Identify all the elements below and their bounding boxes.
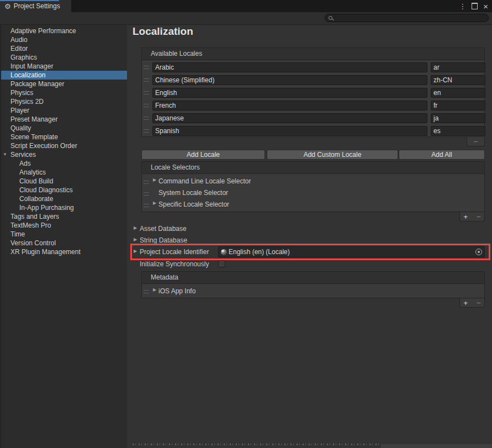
menu-icon[interactable]: ⋮	[459, 3, 466, 10]
foldout-collapsed-icon[interactable]: ▶	[134, 249, 137, 254]
settings-sidebar: Adaptive PerformanceAudioEditorGraphicsI…	[0, 25, 127, 448]
drag-handle-icon[interactable]	[144, 290, 149, 293]
locale-selector-row-specific-locale-selector[interactable]: ▶Specific Locale Selector	[142, 199, 484, 210]
sidebar-item-tags-and-layers[interactable]: Tags and Layers	[1, 212, 127, 221]
locale-row	[142, 62, 484, 72]
sidebar-item-label: Services	[10, 151, 36, 159]
sidebar-item-analytics[interactable]: Analytics	[1, 168, 127, 177]
remove-locale-button[interactable]: −	[474, 138, 478, 145]
locale-name-field[interactable]	[152, 113, 427, 123]
sidebar-item-label: XR Plugin Management	[10, 248, 81, 256]
settings-category-list: Adaptive PerformanceAudioEditorGraphicsI…	[1, 25, 127, 256]
drag-handle-icon[interactable]	[144, 204, 149, 207]
sidebar-item-label: TextMesh Pro	[10, 222, 51, 229]
foldout-collapsed-icon[interactable]: ▶	[153, 177, 156, 182]
tab-project-settings[interactable]: ⚙ Project Settings	[0, 0, 71, 12]
sidebar-item-textmesh-pro[interactable]: TextMesh Pro	[1, 221, 127, 230]
drag-handle-icon[interactable]	[144, 66, 149, 69]
drag-handle-icon[interactable]	[144, 104, 149, 107]
add-locale-button[interactable]: Add Locale	[141, 150, 265, 160]
sidebar-item-player[interactable]: Player	[1, 106, 127, 115]
add-metadata-button[interactable]: +	[463, 299, 468, 307]
locale-name-field[interactable]	[152, 62, 427, 72]
metadata-label: iOS App Info	[158, 285, 195, 297]
locale-selector-row-system-locale-selector[interactable]: System Locale Selector	[142, 187, 484, 199]
locale-name-field[interactable]	[152, 126, 427, 136]
sidebar-item-label: Scene Template	[10, 133, 58, 141]
search-input[interactable]	[334, 14, 486, 23]
remove-selector-button[interactable]: −	[477, 213, 481, 220]
sidebar-item-cloud-build[interactable]: Cloud Build	[1, 177, 127, 186]
search-box[interactable]	[325, 14, 489, 22]
project-locale-object-field[interactable]: English (en) (Locale)	[218, 246, 485, 257]
drag-handle-icon[interactable]	[144, 117, 149, 120]
sidebar-item-input-manager[interactable]: Input Manager	[1, 62, 127, 71]
sidebar-item-script-execution-order[interactable]: Script Execution Order	[1, 141, 127, 150]
sidebar-item-cloud-diagnostics[interactable]: Cloud Diagnostics	[1, 186, 127, 194]
sidebar-item-label: Script Execution Order	[10, 142, 77, 150]
sidebar-item-physics-2d[interactable]: Physics 2D	[1, 97, 127, 106]
locale-selector-row-command-line-locale-selector[interactable]: ▶Command Line Locale Selector	[142, 176, 484, 187]
foldout-collapsed-icon[interactable]: ▶	[134, 237, 137, 242]
sidebar-item-label: Localization	[10, 71, 45, 79]
initialize-synchronously-checkbox[interactable]	[218, 260, 225, 267]
sidebar-item-in-app-purchasing[interactable]: In-App Purchasing	[1, 203, 127, 212]
drag-handle-icon[interactable]	[144, 78, 149, 82]
locale-code-field[interactable]	[431, 62, 485, 72]
locale-row	[142, 75, 484, 85]
sidebar-item-scene-template[interactable]: Scene Template	[1, 133, 127, 141]
locale-code-field[interactable]	[431, 101, 485, 110]
sidebar-item-localization[interactable]: Localization	[1, 71, 127, 80]
locale-name-field[interactable]	[152, 88, 427, 98]
sidebar-item-label: Package Manager	[10, 80, 64, 88]
locale-name-field[interactable]	[152, 75, 427, 85]
sidebar-item-physics[interactable]: Physics	[1, 88, 127, 97]
drag-handle-icon[interactable]	[144, 91, 149, 94]
sidebar-item-ads[interactable]: Ads	[1, 159, 127, 168]
locale-code-field[interactable]	[431, 75, 485, 85]
foldout-collapsed-icon[interactable]: ▶	[153, 287, 156, 292]
sidebar-item-preset-manager[interactable]: Preset Manager	[1, 115, 127, 124]
locale-code-field[interactable]	[431, 113, 485, 123]
sidebar-item-graphics[interactable]: Graphics	[1, 53, 127, 62]
sidebar-item-services[interactable]: ▼Services	[1, 150, 127, 159]
metadata-row-ios-app-info[interactable]: ▶iOS App Info	[142, 285, 484, 297]
sidebar-item-package-manager[interactable]: Package Manager	[1, 80, 127, 88]
foldout-collapsed-icon[interactable]: ▶	[134, 225, 137, 230]
sidebar-item-quality[interactable]: Quality	[1, 124, 127, 133]
foldout-expanded-icon[interactable]: ▼	[3, 150, 7, 159]
drag-handle-icon[interactable]	[144, 129, 149, 133]
maximize-icon[interactable]	[472, 3, 478, 9]
drag-handle-icon[interactable]	[144, 181, 149, 184]
available-locales-header: Available Locales	[142, 48, 484, 60]
toolbar	[0, 12, 492, 25]
string-database-foldout[interactable]: ▶ String Database	[127, 236, 348, 245]
close-icon[interactable]: ×	[483, 2, 488, 10]
sidebar-item-label: Audio	[10, 36, 28, 44]
sidebar-item-label: Version Control	[10, 239, 56, 247]
add-selector-button[interactable]: +	[463, 213, 468, 220]
sidebar-item-audio[interactable]: Audio	[1, 35, 127, 44]
remove-metadata-button[interactable]: −	[477, 299, 481, 307]
sidebar-item-adaptive-performance[interactable]: Adaptive Performance	[1, 27, 127, 35]
locale-selectors-box: Locale Selectors ▶Command Line Locale Se…	[141, 161, 485, 212]
sidebar-item-time[interactable]: Time	[1, 230, 127, 239]
locale-code-field[interactable]	[431, 88, 485, 98]
sidebar-item-editor[interactable]: Editor	[1, 44, 127, 53]
drag-handle-icon[interactable]	[144, 192, 149, 196]
window-controls: ⋮ ×	[459, 0, 488, 12]
add-all-button[interactable]: Add All	[399, 150, 485, 160]
add-custom-locale-button[interactable]: Add Custom Locale	[267, 150, 398, 160]
active-tab-indicator	[0, 0, 59, 1]
sidebar-item-collaborate[interactable]: Collaborate	[1, 194, 127, 203]
sidebar-item-version-control[interactable]: Version Control	[1, 239, 127, 247]
horizontal-scrollbar-thumb[interactable]	[381, 444, 492, 448]
initialize-synchronously-label: Initialize Synchronously	[140, 260, 209, 268]
asset-database-foldout[interactable]: ▶ Asset Database	[127, 224, 348, 233]
locale-code-field[interactable]	[431, 126, 485, 136]
foldout-collapsed-icon[interactable]: ▶	[153, 201, 156, 205]
sidebar-item-xr-plugin-management[interactable]: XR Plugin Management	[1, 247, 127, 256]
locale-name-field[interactable]	[152, 101, 427, 110]
object-picker-icon[interactable]	[475, 249, 482, 255]
sidebar-item-label: Analytics	[19, 168, 46, 176]
